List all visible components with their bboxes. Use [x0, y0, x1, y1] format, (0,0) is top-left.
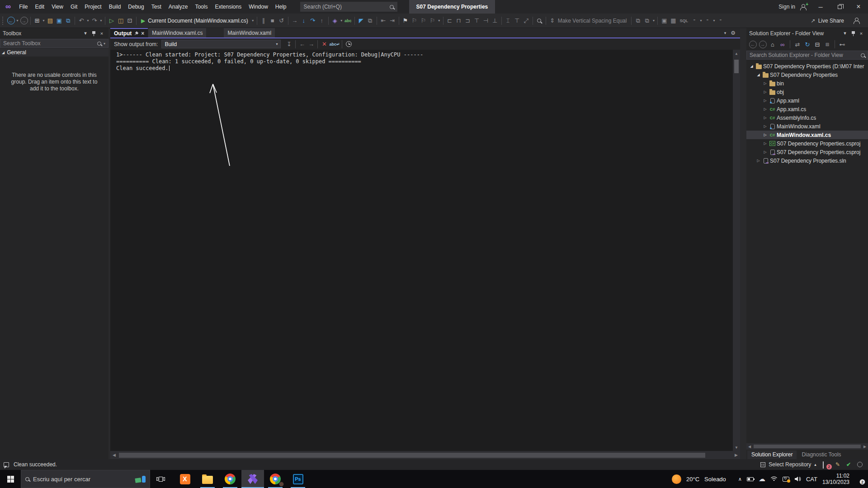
scrollbar-thumb[interactable] — [734, 60, 739, 73]
minimize-button[interactable]: ─ — [811, 0, 830, 14]
caret-down-icon[interactable]: ▾ — [712, 16, 716, 26]
align-lefts-icon[interactable]: ⊏ — [445, 16, 454, 26]
menu-extensions[interactable]: Extensions — [211, 0, 245, 14]
home-icon[interactable]: ⌂ — [768, 39, 777, 49]
scroll-left-icon[interactable]: ◀ — [746, 445, 753, 449]
spell-check-icon[interactable]: abc — [344, 16, 353, 26]
sign-in-user-icon[interactable]: + — [800, 4, 807, 10]
toolbar-grip[interactable] — [2, 17, 5, 25]
scroll-down-icon[interactable]: ▼ — [736, 444, 738, 451]
tree-item-s07-dependency-properties[interactable]: ◢S07 Dependency Properties — [746, 70, 868, 79]
action-center-button[interactable]: 2 — [854, 475, 863, 483]
align-bottoms-icon[interactable]: ⊥ — [491, 16, 500, 26]
editor-tab-mainwindow-xaml-cs[interactable]: MainWindow.xaml.cs — [148, 28, 206, 38]
scrollbar-thumb[interactable] — [754, 445, 861, 448]
save-all-icon[interactable]: ⧉ — [64, 16, 73, 26]
document-outline-icon[interactable]: ⊡ — [125, 16, 134, 26]
menu-view[interactable]: View — [48, 0, 67, 14]
menu-git[interactable]: Git — [67, 0, 81, 14]
caret-down-icon[interactable]: ▾ — [340, 16, 344, 26]
menu-project[interactable]: Project — [81, 0, 105, 14]
break-all-icon[interactable]: ∥ — [259, 16, 268, 26]
expand-arrow-icon[interactable]: ▷ — [762, 150, 768, 154]
toolbox-window-position-icon[interactable]: ▾ — [81, 30, 90, 36]
step-into-icon[interactable]: ↓ — [299, 16, 308, 26]
navigate-back-icon[interactable]: ← — [6, 16, 15, 26]
tool-tab-solution-explorer[interactable]: Solution Explorer — [747, 450, 797, 459]
output-vertical-scrollbar[interactable]: ▲▼ — [733, 50, 740, 451]
goto-message-icon[interactable]: ↧ — [284, 39, 293, 49]
bookmark-prev-icon[interactable]: ⚐ — [410, 16, 419, 26]
taskbar-search-input[interactable]: Escriu aquí per cercar — [21, 470, 150, 488]
align-middles-icon[interactable]: ⊣ — [481, 16, 491, 26]
sign-in-button[interactable]: Sign in — [775, 4, 799, 10]
output-source-dropdown[interactable]: Build ▾ — [161, 40, 281, 48]
clear-all-icon[interactable]: ✕ — [320, 39, 329, 49]
toolbox-search-input[interactable]: Search Toolbox ▾ — [0, 39, 108, 48]
history-forward-icon[interactable]: → — [758, 39, 767, 49]
collapse-arrow-icon[interactable]: ◢ — [749, 64, 755, 68]
menu-test[interactable]: Test — [148, 0, 165, 14]
tree-item-app-xaml[interactable]: ▷App.xaml — [746, 96, 868, 105]
caret-down-icon[interactable]: ▾ — [699, 16, 703, 26]
caret-down-icon[interactable]: ▾ — [251, 16, 255, 26]
taskbar-app-visual-studio[interactable] — [241, 470, 264, 488]
open-file-icon[interactable]: ▤ — [46, 16, 55, 26]
expand-arrow-icon[interactable]: ▷ — [762, 141, 768, 145]
new-project-icon[interactable]: ⊞ — [33, 16, 42, 26]
caret-down-icon[interactable]: ▾ — [651, 16, 656, 26]
start-without-debugging-icon[interactable]: ▷ — [107, 16, 116, 26]
caret-down-icon[interactable]: ▾ — [15, 16, 19, 26]
tab-options-gear-icon[interactable]: ⚙ — [731, 30, 736, 36]
taskbar-app-chrome[interactable] — [219, 470, 241, 488]
prev-message-icon[interactable]: ← — [297, 39, 307, 49]
tree-item-mainwindow-xaml-cs[interactable]: ▷C#MainWindow.xaml.cs — [746, 131, 868, 139]
editor-tab-output[interactable]: Output× — [110, 28, 148, 38]
double-quote-icon[interactable]: " — [703, 16, 712, 26]
same-height-icon[interactable]: ⊤ — [513, 16, 522, 26]
collapse-arrow-icon[interactable]: ◢ — [755, 73, 761, 77]
tool-tab-diagnostic-tools[interactable]: Diagnostic Tools — [797, 450, 845, 459]
select-repository-button[interactable]: Select Repository ▴ — [760, 461, 816, 468]
caret-down-icon[interactable]: ▾ — [42, 16, 46, 26]
bookmark-next-icon[interactable]: ⚐ — [419, 16, 428, 26]
caret-down-icon[interactable]: ▾ — [99, 16, 103, 26]
intellitrace-icon[interactable]: ◈ — [330, 16, 340, 26]
grid-view-icon[interactable]: ▦ — [669, 16, 678, 26]
presence-circle-icon[interactable] — [857, 462, 863, 467]
task-view-button[interactable] — [150, 470, 171, 488]
solution-explorer-pin-icon[interactable] — [849, 31, 857, 36]
output-horizontal-scrollbar[interactable]: ◀ ▶ — [110, 451, 740, 459]
start-debugging-button[interactable]: ▶ Current Document (MainWindow.xaml.cs) — [139, 15, 250, 26]
switch-views-icon[interactable]: ∞ — [778, 39, 787, 49]
menu-analyze[interactable]: Analyze — [165, 0, 192, 14]
expand-arrow-icon[interactable]: ▷ — [762, 133, 768, 137]
solution-explorer-horizontal-scrollbar[interactable]: ◀ ▶ — [746, 443, 868, 450]
live-share-button[interactable]: ↗ Live Share — [811, 18, 864, 24]
make-vertical-spacing-equal-button[interactable]: Make Vertical Spacing Equal — [558, 18, 627, 24]
web-preview-icon[interactable]: ◫ — [116, 16, 125, 26]
wireless-display-icon[interactable] — [783, 477, 789, 482]
navigate-forward-icon[interactable]: → — [19, 16, 28, 26]
tree-item-s07-dependency-properties-csproj[interactable]: ▷C#S07 Dependency Properties.csproj — [746, 139, 868, 148]
tree-item-assemblyinfo-cs[interactable]: ▷C#AssemblyInfo.cs — [746, 113, 868, 122]
redo-icon[interactable]: ↷ — [90, 16, 99, 26]
caret-down-icon[interactable]: ▾ — [104, 42, 105, 46]
collaborator-icon[interactable] — [853, 18, 860, 23]
solution-explorer-window-position-icon[interactable]: ▾ — [841, 30, 849, 36]
vertical-spacing-icon-icon[interactable]: ⇕ — [548, 16, 557, 26]
scrollbar-thumb[interactable] — [119, 453, 705, 458]
toolbox-pin-icon[interactable] — [90, 31, 98, 36]
battery-icon[interactable] — [747, 477, 754, 481]
menu-file[interactable]: File — [15, 0, 31, 14]
bookmark-toggle-icon[interactable]: ⚑ — [401, 16, 410, 26]
align-tops-icon[interactable]: ⊤ — [472, 16, 481, 26]
ready-check-icon[interactable]: ✔ — [846, 461, 851, 468]
show-next-statement-icon[interactable]: → — [290, 16, 299, 26]
save-icon[interactable]: ▣ — [55, 16, 64, 26]
same-width-icon[interactable]: ⤢ — [522, 16, 531, 26]
expand-arrow-icon[interactable]: ▷ — [762, 124, 768, 128]
next-message-icon[interactable]: → — [307, 39, 316, 49]
swap-panes-alt-icon[interactable]: ⧉ — [642, 16, 651, 26]
scroll-up-icon[interactable]: ▲ — [736, 50, 738, 57]
